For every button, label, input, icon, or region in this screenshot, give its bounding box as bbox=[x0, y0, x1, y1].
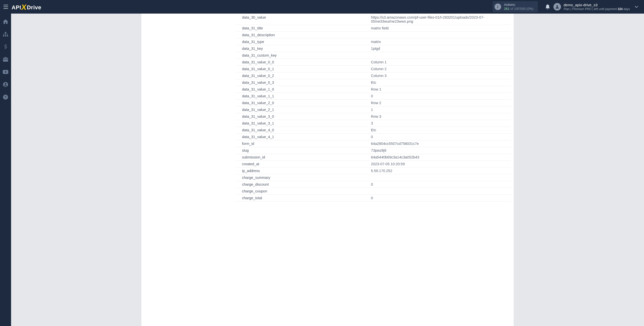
row-key: data_31_value_3_0 bbox=[236, 113, 370, 120]
user-menu-chevron[interactable] bbox=[633, 6, 639, 8]
user-menu[interactable]: demo_apix-drive_s3 Plan | Premium PRO | … bbox=[564, 3, 630, 11]
row-key: charge_summary bbox=[236, 174, 370, 181]
table-row: data_31_custom_key bbox=[236, 52, 511, 59]
home-icon bbox=[3, 19, 8, 24]
table-row: ip_address5.59.170.252 bbox=[236, 168, 511, 174]
row-value: Row 1 bbox=[370, 86, 511, 93]
briefcase-icon bbox=[3, 57, 8, 62]
svg-rect-7 bbox=[7, 35, 8, 36]
row-key: submission_id bbox=[236, 154, 370, 161]
logo-suffix: Drive bbox=[27, 4, 42, 11]
table-row: charge_discount0 bbox=[236, 181, 511, 188]
sidebar-item-connections[interactable] bbox=[1, 31, 10, 38]
svg-point-3 bbox=[556, 5, 558, 7]
table-row: data_30_valuehttps://s3.amazonaws.com/pf… bbox=[236, 14, 511, 25]
logo-x-icon: X bbox=[21, 3, 27, 12]
row-value: 0 bbox=[370, 181, 511, 188]
table-row: charge_total0 bbox=[236, 195, 511, 201]
row-value: 0 bbox=[370, 93, 511, 100]
row-key: data_31_key bbox=[236, 45, 370, 52]
row-key: charge_total bbox=[236, 195, 370, 201]
row-value: Row 3 bbox=[370, 113, 511, 120]
svg-rect-4 bbox=[5, 32, 6, 33]
table-row: data_31_value_0_3Etc bbox=[236, 79, 511, 86]
row-value: Column 2 bbox=[370, 66, 511, 72]
svg-point-11 bbox=[5, 83, 6, 85]
row-value: Column 1 bbox=[370, 59, 511, 66]
row-key: data_31_value_0_0 bbox=[236, 59, 370, 66]
sidebar-item-videos[interactable] bbox=[1, 68, 10, 75]
sitemap-icon bbox=[3, 32, 8, 36]
menu-toggle[interactable] bbox=[2, 3, 10, 11]
sidebar-item-billing[interactable] bbox=[1, 43, 10, 50]
row-value: 3 bbox=[370, 120, 511, 127]
row-value: 1 bbox=[370, 106, 511, 113]
content-card: data_30_valuehttps://s3.amazonaws.com/pf… bbox=[141, 14, 514, 326]
row-key: data_30_value bbox=[236, 14, 370, 25]
row-key: charge_coupon bbox=[236, 188, 370, 195]
table-row: charge_coupon bbox=[236, 188, 511, 195]
table-row: form_id64a2804cc5507cd758031c7e bbox=[236, 140, 511, 147]
table-row: data_31_value_1_0Row 1 bbox=[236, 86, 511, 93]
row-key: form_id bbox=[236, 140, 370, 147]
row-value: 73pwz8j9 bbox=[370, 147, 511, 154]
user-circle-icon bbox=[3, 82, 8, 87]
sidebar: ? bbox=[0, 14, 11, 326]
row-value: 64a2804cc5507cd758031c7e bbox=[370, 140, 511, 147]
table-row: data_31_value_0_0Column 1 bbox=[236, 59, 511, 66]
row-key: slug bbox=[236, 147, 370, 154]
row-key: data_31_description bbox=[236, 32, 370, 38]
row-value: matrix field bbox=[370, 25, 511, 32]
chevron-down-icon bbox=[635, 6, 638, 8]
row-key: data_31_value_3_1 bbox=[236, 120, 370, 127]
row-key: data_31_value_0_2 bbox=[236, 72, 370, 79]
sidebar-item-integrations[interactable] bbox=[1, 56, 10, 63]
row-key: created_at bbox=[236, 161, 370, 168]
row-value: https://s3.amazonaws.com/pf-user-files-0… bbox=[370, 14, 511, 25]
row-value: 64a5440b69c3a14c3a052b43 bbox=[370, 154, 511, 161]
row-value: Column 3 bbox=[370, 72, 511, 79]
table-row: slug73pwz8j9 bbox=[236, 147, 511, 154]
table-row: data_31_value_0_1Column 2 bbox=[236, 66, 511, 72]
svg-rect-5 bbox=[3, 35, 4, 36]
row-value: Etc bbox=[370, 79, 511, 86]
row-value: 1ptgd bbox=[370, 45, 511, 52]
actions-counter[interactable]: i Actions: 261 of 100'000 (0%) bbox=[493, 1, 538, 13]
dollar-icon bbox=[4, 44, 7, 49]
table-row: data_31_titlematrix field bbox=[236, 25, 511, 32]
bell-icon bbox=[545, 4, 550, 9]
sidebar-item-home[interactable] bbox=[1, 18, 10, 25]
row-value: 0 bbox=[370, 195, 511, 201]
row-key: data_31_value_1_1 bbox=[236, 93, 370, 100]
sidebar-item-account[interactable] bbox=[1, 81, 10, 88]
user-name: demo_apix-drive_s3 bbox=[564, 3, 630, 7]
row-key: charge_discount bbox=[236, 181, 370, 188]
table-row: data_31_value_1_10 bbox=[236, 93, 511, 100]
hamburger-icon bbox=[3, 5, 8, 9]
data-table: data_30_valuehttps://s3.amazonaws.com/pf… bbox=[236, 14, 511, 201]
row-key: data_31_custom_key bbox=[236, 52, 370, 59]
user-plan: Plan | Premium PRO | left until payment … bbox=[564, 7, 630, 11]
svg-text:?: ? bbox=[5, 95, 7, 99]
sidebar-item-help[interactable]: ? bbox=[1, 94, 10, 101]
actions-total: 100'000 bbox=[514, 7, 526, 11]
page-scroll[interactable]: data_30_valuehttps://s3.amazonaws.com/pf… bbox=[11, 14, 644, 326]
notifications-button[interactable] bbox=[543, 3, 552, 11]
actions-count: 261 bbox=[504, 7, 510, 11]
row-value: Etc bbox=[370, 127, 511, 134]
table-row: data_31_key1ptgd bbox=[236, 45, 511, 52]
row-key: data_31_title bbox=[236, 25, 370, 32]
row-key: data_31_value_0_1 bbox=[236, 66, 370, 72]
row-key: data_31_value_2_0 bbox=[236, 100, 370, 106]
row-value: 2023-07-05 10:20:59 bbox=[370, 161, 511, 168]
row-value bbox=[370, 52, 511, 59]
row-key: data_31_value_0_3 bbox=[236, 79, 370, 86]
row-key: ip_address bbox=[236, 168, 370, 174]
table-row: data_31_value_0_2Column 3 bbox=[236, 72, 511, 79]
table-row: created_at2023-07-05 10:20:59 bbox=[236, 161, 511, 168]
table-row: data_31_value_4_10 bbox=[236, 134, 511, 140]
logo[interactable]: API X Drive bbox=[12, 3, 41, 11]
row-value: 0 bbox=[370, 134, 511, 140]
row-key: data_31_value_2_1 bbox=[236, 106, 370, 113]
row-key: data_31_value_1_0 bbox=[236, 86, 370, 93]
